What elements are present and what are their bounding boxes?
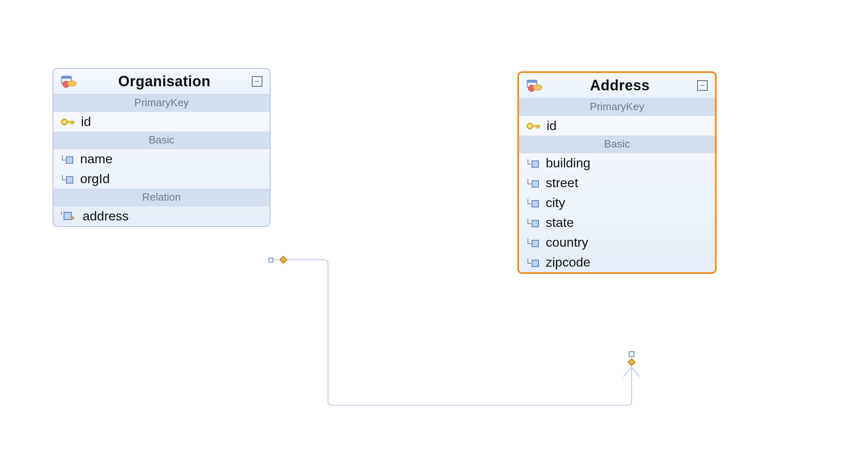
section-header-primarykey: PrimaryKey (519, 98, 715, 116)
svg-point-7 (68, 81, 77, 86)
svg-rect-27 (532, 201, 538, 207)
field-icon (526, 258, 540, 267)
svg-rect-15 (64, 212, 71, 220)
collapse-icon[interactable]: − (697, 80, 708, 91)
entity-header[interactable]: Address − (519, 73, 715, 98)
field-icon (526, 218, 540, 228)
field-label: street (546, 175, 578, 190)
field-row[interactable]: id (519, 116, 715, 136)
svg-rect-11 (71, 121, 72, 124)
field-label: address (83, 209, 129, 224)
field-row[interactable]: country (519, 233, 715, 252)
svg-rect-25 (532, 161, 538, 167)
field-row[interactable]: city (519, 193, 715, 213)
svg-rect-26 (532, 181, 538, 187)
entity-address[interactable]: Address − PrimaryKey id Basic (517, 71, 717, 274)
svg-point-19 (533, 85, 542, 90)
collapse-icon[interactable]: − (252, 76, 262, 87)
field-label: building (546, 156, 590, 171)
svg-rect-0 (269, 258, 273, 262)
entity-title: Organisation (83, 73, 246, 90)
field-row[interactable]: id (53, 112, 270, 132)
field-row[interactable]: name (53, 149, 270, 169)
field-label: city (546, 195, 565, 210)
svg-rect-29 (532, 240, 538, 247)
svg-point-21 (529, 125, 531, 127)
field-label: name (80, 152, 113, 167)
section-header-relation: Relation (53, 189, 270, 206)
entity-organisation[interactable]: Organisation − PrimaryKey id Basic (53, 68, 270, 227)
entity-icon (61, 75, 77, 88)
section-header-basic: Basic (519, 136, 715, 153)
svg-rect-1 (280, 256, 287, 263)
field-row[interactable]: state (519, 213, 715, 233)
svg-rect-30 (532, 260, 538, 267)
field-row[interactable]: address (53, 206, 270, 226)
field-label: id (81, 114, 91, 129)
section-header-basic: Basic (53, 132, 270, 149)
key-icon (526, 121, 541, 131)
entity-header[interactable]: Organisation − (53, 69, 270, 94)
svg-rect-28 (532, 220, 538, 227)
field-row[interactable]: street (519, 173, 715, 193)
key-icon (61, 117, 75, 127)
svg-rect-13 (66, 157, 73, 163)
section-header-primarykey: PrimaryKey (53, 94, 270, 112)
svg-point-9 (64, 121, 66, 123)
field-icon (526, 198, 540, 208)
field-row[interactable]: zipcode (519, 252, 715, 272)
field-icon (526, 158, 540, 168)
svg-rect-17 (527, 80, 537, 83)
field-label: zipcode (546, 255, 590, 270)
field-icon (526, 178, 540, 188)
svg-rect-3 (628, 359, 635, 366)
field-label: state (546, 215, 574, 230)
field-label: id (547, 118, 557, 133)
entity-title: Address (548, 77, 691, 94)
field-icon (61, 154, 74, 164)
svg-rect-24 (538, 125, 540, 128)
diagram-canvas[interactable]: Organisation − PrimaryKey id Basic (0, 0, 868, 470)
field-label: orgId (80, 171, 110, 186)
svg-rect-14 (66, 177, 73, 183)
field-label: country (546, 235, 588, 250)
svg-rect-5 (62, 76, 71, 79)
field-icon (526, 238, 540, 248)
svg-rect-2 (629, 352, 634, 357)
field-row[interactable]: building (519, 153, 715, 173)
svg-rect-23 (537, 125, 538, 128)
entity-icon (526, 79, 542, 92)
relation-icon (61, 211, 77, 222)
field-icon (61, 174, 74, 184)
svg-rect-12 (73, 121, 74, 124)
field-row[interactable]: orgId (53, 169, 270, 189)
